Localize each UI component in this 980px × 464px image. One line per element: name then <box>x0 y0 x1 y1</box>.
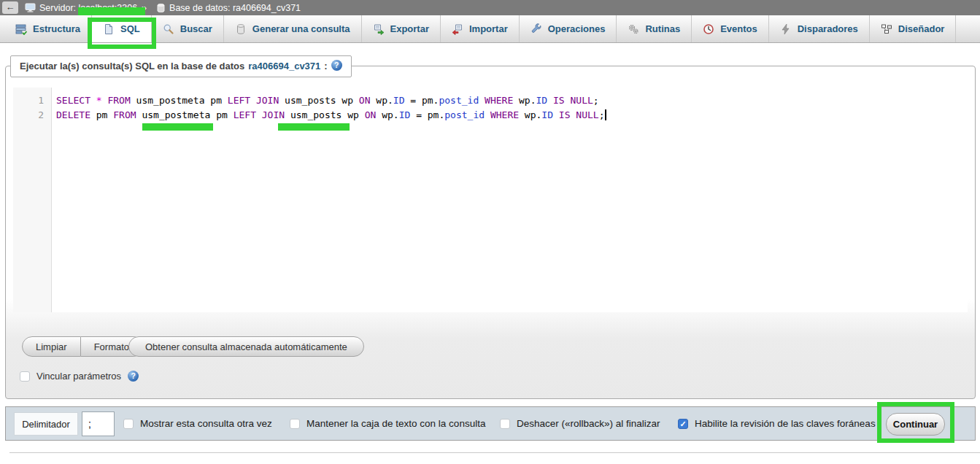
tab-disparadores[interactable]: Disparadores <box>769 15 870 42</box>
designer-icon <box>881 23 892 35</box>
option-mostrar-esta-consulta-otra-vez[interactable]: Mostrar esta consulta otra vez <box>123 407 272 440</box>
tab-label: Rutinas <box>645 23 680 34</box>
query-header-colon: : <box>324 61 327 71</box>
code-line-1[interactable]: 1SELECT * FROM usm_postmeta pm LEFT JOIN… <box>13 93 968 108</box>
tab-label: Buscar <box>180 23 212 34</box>
option-label: Habilite la revisión de las claves forán… <box>695 418 876 429</box>
editor-button-group: Limpiar Formato <box>22 336 143 357</box>
tab-label: Generar una consulta <box>252 23 350 34</box>
help-icon[interactable]: ? <box>331 60 342 71</box>
breadcrumb-database-link[interactable]: Base de datos: ra406694_cv371 <box>169 3 301 13</box>
code-text: SELECT * FROM usm_postmeta pm LEFT JOIN … <box>56 93 599 108</box>
tab-label: Importar <box>469 23 508 34</box>
bind-parameters-help-icon[interactable]: ? <box>128 371 139 382</box>
breadcrumb-bar: ← Servidor: localhost:3306 » Base de dat… <box>0 0 980 15</box>
checkbox[interactable] <box>290 419 300 429</box>
back-button[interactable]: ← <box>2 1 18 14</box>
bind-parameters-row: Vincular parámetros ? <box>20 371 139 382</box>
tab-label: Exportar <box>390 23 429 34</box>
tab-eventos[interactable]: Eventos <box>692 15 769 42</box>
tab-label: Disparadores <box>798 23 858 34</box>
tab-label: Eventos <box>720 23 757 34</box>
clear-button[interactable]: Limpiar <box>22 336 81 357</box>
import-icon <box>452 23 463 35</box>
query-header-text: Ejecutar la(s) consulta(s) SQL en la bas… <box>20 61 244 71</box>
option-label: Deshacer («rollback») al finalizar <box>517 418 660 429</box>
breadcrumb-separator: » <box>142 3 147 13</box>
tab-rutinas[interactable]: Rutinas <box>617 15 692 42</box>
code-line-2[interactable]: 2DELETE pm FROM usm_postmeta pm LEFT JOI… <box>13 108 968 123</box>
continue-button[interactable]: Continuar <box>886 413 945 436</box>
checkbox[interactable]: ✓ <box>678 419 688 429</box>
tab-label: SQL <box>120 23 140 34</box>
query-header: Ejecutar la(s) consulta(s) SQL en la bas… <box>10 55 352 77</box>
bind-parameters-checkbox[interactable] <box>20 371 30 382</box>
breadcrumb-server-link[interactable]: Servidor: localhost:3306 <box>39 3 137 13</box>
tab-operaciones[interactable]: Operaciones <box>520 15 617 42</box>
line-number: 1 <box>13 93 51 108</box>
checkbox[interactable] <box>123 419 134 429</box>
delimiter-input[interactable] <box>82 411 115 436</box>
code-lines: 1SELECT * FROM usm_postmeta pm LEFT JOIN… <box>13 93 968 123</box>
phpmyadmin-sql-page: ← Servidor: localhost:3306 » Base de dat… <box>0 0 980 464</box>
operations-wrench-icon <box>530 23 542 35</box>
structure-icon <box>15 23 27 35</box>
option-mantener-la-caja-de-texto-con-la-consulta[interactable]: Mantener la caja de texto con la consult… <box>290 407 485 440</box>
sql-editor[interactable]: 1SELECT * FROM usm_postmeta pm LEFT JOIN… <box>13 88 968 312</box>
tab-label: Estructura <box>33 23 80 34</box>
bottom-divider <box>9 452 980 453</box>
tab-sql[interactable]: SQL <box>92 15 152 42</box>
delimiter-label: Delimitador <box>14 412 78 436</box>
tab-importar[interactable]: Importar <box>441 15 520 42</box>
search-icon <box>163 23 174 35</box>
query-options-bar: Delimitador Mostrar esta consulta otra v… <box>5 406 976 441</box>
checkbox[interactable] <box>500 419 510 429</box>
line-number: 2 <box>13 108 51 123</box>
option-habilite-la-revisión-de-las-claves-foráneas[interactable]: ✓Habilite la revisión de las claves forá… <box>678 407 876 440</box>
events-clock-icon <box>703 23 714 35</box>
query-header-database-link[interactable]: ra406694_cv371 <box>248 61 320 71</box>
tab-exportar[interactable]: Exportar <box>362 15 441 42</box>
option-label: Mantener la caja de texto con la consult… <box>306 418 485 429</box>
option-deshacer-(«rollback»)-al-finalizar[interactable]: Deshacer («rollback») al finalizar <box>500 407 660 440</box>
database-icon <box>156 3 166 13</box>
tab-diseñador[interactable]: Diseñador <box>870 15 957 42</box>
bind-parameters-label: Vincular parámetros <box>36 371 121 382</box>
tab-generar-una-consulta[interactable]: Generar una consulta <box>224 15 362 42</box>
query-database-icon <box>235 23 247 35</box>
routines-gears-icon <box>628 23 639 35</box>
tab-estructura[interactable]: Estructura <box>4 15 92 42</box>
code-text: DELETE pm FROM usm_postmeta pm LEFT JOIN… <box>56 108 606 123</box>
sql-document-icon <box>103 23 115 35</box>
option-label: Mostrar esta consulta otra vez <box>140 418 272 429</box>
text-cursor <box>605 109 606 120</box>
tab-label: Diseñador <box>898 23 945 34</box>
triggers-icon <box>780 23 792 35</box>
export-icon <box>373 23 385 35</box>
tab-buscar[interactable]: Buscar <box>152 15 224 42</box>
tab-bar: EstructuraSQLBuscarGenerar una consultaE… <box>0 15 980 43</box>
server-icon <box>25 3 36 12</box>
tab-label: Operaciones <box>548 23 606 34</box>
get-autosaved-query-button[interactable]: Obtener consulta almacenada automáticame… <box>128 336 364 357</box>
